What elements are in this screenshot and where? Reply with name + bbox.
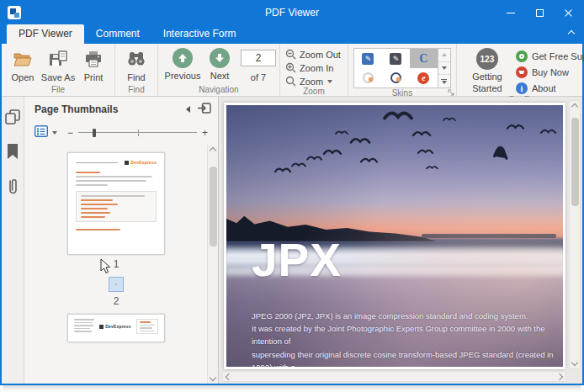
tab-interactive-form[interactable]: Interactive Form xyxy=(151,24,248,44)
skin-office-light-icon xyxy=(363,72,374,83)
page-count-label: of 7 xyxy=(251,72,266,82)
thumbnail-page-2-selected[interactable]: JPX xyxy=(109,277,124,292)
thumbnail-list: DevExpress xyxy=(24,144,208,384)
ribbon-group-zoom: Zoom Out Zoom In Zoom Zoom xyxy=(280,44,348,96)
get-free-support-button[interactable]: Get Free Support xyxy=(516,50,584,62)
zoom-icon xyxy=(285,76,296,87)
skin-bezier-icon: C xyxy=(419,52,427,66)
next-button[interactable]: Next xyxy=(204,46,236,81)
skin-office-red[interactable]: e xyxy=(410,68,438,87)
slider-center-tick xyxy=(138,130,140,136)
skin-office-red-icon: e xyxy=(417,72,429,84)
panel-title: Page Thumbnails xyxy=(35,103,186,115)
devexpress-logo: DevExpress xyxy=(99,324,131,329)
scrollbar-thumb[interactable] xyxy=(210,167,217,246)
body-line: It was created by the Joint Photographic… xyxy=(252,322,563,348)
dropdown-arrow-icon xyxy=(327,80,332,83)
ribbon-tab-row: PDF Viewer Comment Interactive Form xyxy=(2,24,582,44)
page-thumbnails-tab-icon[interactable] xyxy=(4,109,21,129)
slider-handle[interactable] xyxy=(93,129,96,137)
open-button[interactable]: Open xyxy=(5,46,40,82)
ribbon-group-skins: ✎ ✎ C e xyxy=(348,44,457,96)
devexpress-logo: DevExpress xyxy=(125,160,157,165)
triangle-up-icon xyxy=(442,53,447,56)
skin-office-light[interactable] xyxy=(354,68,382,87)
thumbnail-options-button[interactable] xyxy=(35,125,48,140)
about-button[interactable]: i About xyxy=(516,82,584,94)
collapse-ribbon-button[interactable] xyxy=(569,24,574,40)
scrollbar-thumb[interactable] xyxy=(571,118,579,206)
scroll-right-icon[interactable] xyxy=(556,373,563,379)
save-as-button[interactable]: Save As xyxy=(40,46,76,82)
bookmarks-tab-icon[interactable] xyxy=(6,144,19,162)
mouse-cursor xyxy=(100,258,111,278)
thumbnail-page-1[interactable]: DevExpress xyxy=(67,152,165,255)
group-label-file: File xyxy=(2,85,114,96)
body-line: superseding their original discrete cosi… xyxy=(252,348,563,367)
slider-plus-label[interactable]: + xyxy=(202,127,208,139)
arrow-up-circle-icon xyxy=(173,48,193,68)
panel-header: Page Thumbnails xyxy=(24,97,218,121)
find-button[interactable]: Find xyxy=(119,46,154,82)
save-as-icon xyxy=(47,48,69,70)
dock-panel-icon[interactable] xyxy=(198,102,211,117)
tab-comment[interactable]: Comment xyxy=(84,24,151,44)
zoom-out-button[interactable]: Zoom Out xyxy=(285,49,341,60)
ribbon: Open Save As Print Fil xyxy=(2,44,582,97)
attachments-tab-icon[interactable] xyxy=(7,177,19,199)
slider-minus-label[interactable]: − xyxy=(67,127,73,139)
title-bar: PDF Viewer xyxy=(2,2,582,24)
jpx-description: JPEG 2000 (JP2, JPX) is an image compres… xyxy=(252,310,563,367)
scroll-down-icon[interactable] xyxy=(571,359,578,366)
ribbon-group-file: Open Save As Print Fil xyxy=(2,44,115,96)
skin-blue-icon: ✎ xyxy=(362,53,374,65)
buy-now-button[interactable]: Buy Now xyxy=(516,66,584,78)
arrow-down-circle-icon xyxy=(210,48,230,68)
window-shadow xyxy=(3,385,581,390)
getting-started-button[interactable]: 123 Getting Started xyxy=(465,48,509,95)
pdf-page-2[interactable]: JPX JPEG 2000 (JP2, JPX) is an image com… xyxy=(224,103,565,369)
collapse-panel-icon[interactable] xyxy=(186,106,190,113)
chevron-up-icon xyxy=(568,30,575,37)
page-number-input[interactable]: 2 xyxy=(241,50,276,66)
zoom-in-button[interactable]: Zoom In xyxy=(285,62,341,73)
gallery-scroll-down-button[interactable] xyxy=(438,62,450,76)
scroll-left-icon[interactable] xyxy=(226,373,232,379)
navigation-sidebar xyxy=(2,97,24,384)
expand-gallery-icon xyxy=(441,79,447,84)
print-button[interactable]: Print xyxy=(76,46,111,82)
previous-button[interactable]: Previous xyxy=(162,46,204,81)
scroll-down-icon[interactable] xyxy=(210,374,216,381)
skin-office-dark-icon xyxy=(390,72,401,83)
document-horizontal-scrollbar[interactable] xyxy=(222,371,566,382)
document-vertical-scrollbar[interactable] xyxy=(569,100,581,369)
skin-dark-icon: ✎ xyxy=(390,53,401,65)
gallery-scroll-up-button[interactable] xyxy=(438,49,450,62)
skins-gallery: ✎ ✎ C e xyxy=(353,48,438,88)
page-thumbnails-panel: Page Thumbnails − xyxy=(24,97,219,384)
skin-office-dark[interactable] xyxy=(382,68,410,87)
support-icon xyxy=(516,50,528,62)
tab-pdf-viewer[interactable]: PDF Viewer xyxy=(7,24,84,44)
info-icon: i xyxy=(516,82,528,94)
window-title: PDF Viewer xyxy=(2,7,582,19)
slider-track[interactable] xyxy=(78,128,197,138)
thumbnail-page-3[interactable]: DevExpress xyxy=(67,314,165,342)
scroll-up-icon[interactable] xyxy=(571,103,578,110)
triangle-down-icon xyxy=(442,66,447,70)
zoom-menu-button[interactable]: Zoom xyxy=(285,76,341,87)
group-label-navigation: Navigation xyxy=(158,85,279,96)
thumbnail-toolbar: − + xyxy=(24,121,218,144)
thumbnail-size-slider: − + xyxy=(67,127,208,139)
thumbnail-scrollbar[interactable] xyxy=(207,145,218,384)
gallery-expand-button[interactable] xyxy=(438,75,450,87)
skin-bezier-selected[interactable]: C xyxy=(410,49,438,68)
thumbnail-page-2-image: JPX xyxy=(115,283,117,285)
options-dropdown-arrow-icon[interactable] xyxy=(52,131,57,135)
skin-blue[interactable]: ✎ xyxy=(354,49,382,68)
scroll-up-icon[interactable] xyxy=(210,147,216,154)
pdf-viewer-window: PDF Viewer PDF Viewer Comment Interactiv… xyxy=(0,0,584,385)
skin-dark[interactable]: ✎ xyxy=(382,49,410,68)
jpx-heading: JPX xyxy=(252,233,342,287)
buy-now-cart-icon xyxy=(516,66,528,78)
